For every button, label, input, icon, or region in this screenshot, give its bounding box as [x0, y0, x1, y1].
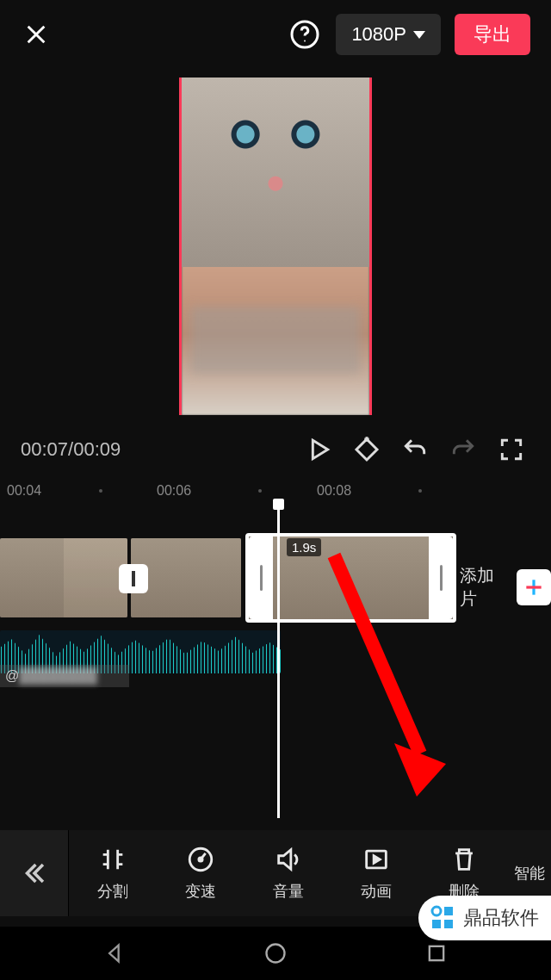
video-preview[interactable] [0, 74, 551, 419]
watermark-logo-icon [429, 904, 456, 932]
svg-point-9 [432, 907, 441, 915]
svg-rect-10 [444, 907, 453, 915]
speed-icon [186, 845, 215, 874]
svg-point-1 [304, 40, 306, 42]
tool-label: 音量 [273, 881, 304, 902]
svg-rect-11 [432, 920, 441, 928]
video-clip[interactable] [0, 538, 127, 617]
timeline-track[interactable]: 1.9s 添加片 [0, 538, 551, 624]
ruler-tick: 00:04 [7, 483, 41, 499]
tool-label: 智能 [514, 863, 545, 884]
resolution-selector[interactable]: 1080P [336, 14, 441, 55]
audio-author-label: @████████ [0, 665, 129, 687]
svg-rect-12 [444, 920, 453, 928]
tool-label: 动画 [361, 881, 392, 902]
keyframe-button[interactable] [348, 431, 386, 468]
clip-trim-handle-left[interactable] [249, 537, 273, 619]
video-frame [179, 78, 372, 415]
animation-icon [362, 845, 391, 874]
add-clip-label: 添加片 [460, 564, 510, 611]
resolution-label: 1080P [351, 23, 406, 46]
export-label: 导出 [474, 22, 511, 47]
svg-point-5 [199, 858, 202, 861]
close-button[interactable] [21, 19, 52, 50]
dropdown-caret-icon [413, 31, 425, 39]
svg-rect-8 [429, 946, 443, 960]
undo-button[interactable] [396, 431, 434, 468]
fullscreen-button[interactable] [492, 431, 530, 468]
nav-back-button[interactable] [97, 936, 132, 971]
tool-label: 变速 [185, 881, 216, 902]
delete-icon [449, 845, 479, 874]
tool-animation[interactable]: 动画 [332, 830, 420, 916]
ruler-tick: 00:08 [317, 483, 351, 499]
watermark-text: 鼎品软件 [463, 905, 539, 931]
redo-button [444, 431, 482, 468]
split-icon [98, 845, 127, 874]
ruler-tick: 00:06 [157, 483, 191, 499]
tool-volume[interactable]: 音量 [245, 830, 332, 916]
nav-recent-button[interactable] [419, 936, 454, 971]
time-display: 00:07/00:09 [21, 438, 121, 461]
tool-speed[interactable]: 变速 [157, 830, 245, 916]
clip-trim-handle-right[interactable] [429, 537, 453, 619]
transition-button[interactable] [119, 564, 148, 593]
play-button[interactable] [300, 431, 337, 468]
toolbar-back-button[interactable] [0, 830, 69, 916]
playhead[interactable] [277, 504, 280, 818]
watermark-badge: 鼎品软件 [418, 896, 551, 940]
add-clip-button[interactable] [517, 569, 551, 605]
clip-duration-badge: 1.9s [287, 538, 321, 556]
help-button[interactable] [288, 17, 322, 52]
svg-point-7 [266, 945, 284, 963]
export-button[interactable]: 导出 [455, 14, 530, 55]
tool-label: 分割 [97, 881, 128, 902]
svg-marker-3 [394, 743, 446, 797]
tool-split[interactable]: 分割 [69, 830, 157, 916]
nav-home-button[interactable] [258, 936, 293, 971]
volume-icon [274, 845, 303, 874]
